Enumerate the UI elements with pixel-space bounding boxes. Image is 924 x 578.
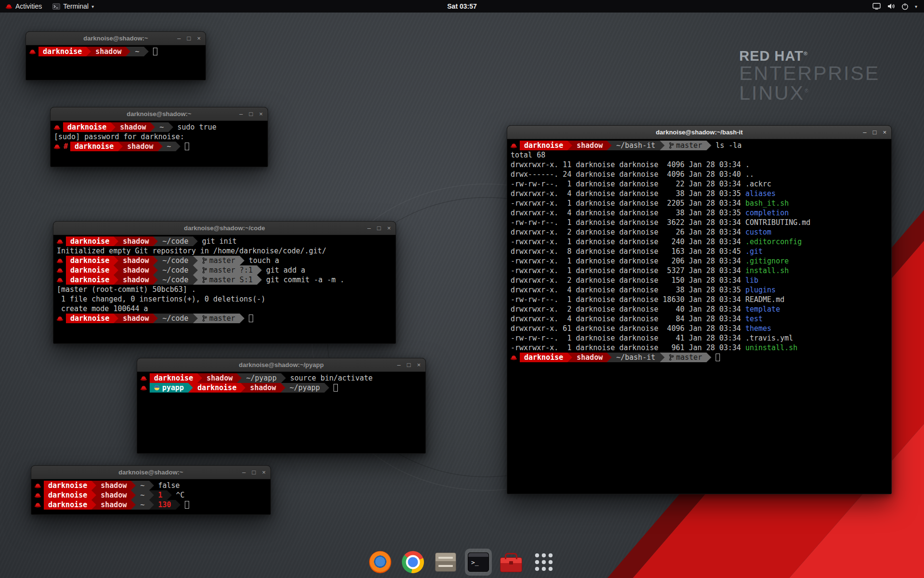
ls-meta: drwxrwxr-x. 2 darknoise darknoise 26 Jan… <box>511 228 745 236</box>
minimize-button[interactable]: – <box>239 111 243 117</box>
prompt-segment-user: darknoise <box>66 265 114 275</box>
git-branch-icon <box>202 257 207 264</box>
dock-item-files[interactable] <box>432 549 459 576</box>
terminal-content[interactable]: darknoiseshadow~ <box>26 45 205 80</box>
maximize-button[interactable]: □ <box>407 362 411 368</box>
maximize-button[interactable]: □ <box>377 225 381 231</box>
dock-item-toolbox[interactable] <box>498 549 525 576</box>
file-name: test <box>745 315 763 323</box>
terminal-cursor <box>716 354 720 361</box>
maximize-button[interactable]: □ <box>873 129 877 135</box>
terminal-cursor <box>153 48 157 55</box>
close-button[interactable]: × <box>883 129 886 135</box>
powerline-arrow <box>86 47 91 56</box>
maximize-button[interactable]: □ <box>249 111 253 117</box>
window-titlebar[interactable]: darknoise@shadow:~–□× <box>26 32 205 45</box>
powerline-arrow <box>607 141 612 150</box>
dock-item-firefox[interactable] <box>367 549 394 576</box>
minimize-button[interactable]: – <box>397 362 400 368</box>
close-button[interactable]: × <box>197 35 201 41</box>
powerline-arrow <box>91 490 96 500</box>
powerline-arrow <box>324 383 329 393</box>
ls-meta: -rwxrwxr-x. 1 darknoise darknoise 2205 J… <box>511 199 745 208</box>
prompt-segment-host: shadow <box>91 47 126 56</box>
output-line: drwxrwxr-x. 4 darknoise darknoise 38 Jan… <box>508 189 890 198</box>
window-titlebar[interactable]: darknoise@shadow:~/pyapp–□× <box>137 358 425 372</box>
window-titlebar[interactable]: darknoise@shadow:~/code–□× <box>53 222 396 235</box>
file-name: .. <box>745 170 754 179</box>
terminal-content[interactable]: darknoiseshadow~/pyappsource bin/activat… <box>137 372 425 453</box>
output-line: -rwxrwxr-x. 1 darknoise darknoise 2205 J… <box>508 198 890 208</box>
output-line: -rw-rw-r--. 1 darknoise darknoise 18630 … <box>508 295 890 304</box>
terminal-content[interactable]: darknoiseshadow~/codegit initInitialized… <box>53 235 396 343</box>
ls-meta: -rwxrwxr-x. 1 darknoise darknoise 961 Ja… <box>511 343 745 352</box>
maximize-button[interactable]: □ <box>252 469 256 475</box>
close-button[interactable]: × <box>259 111 263 117</box>
output-line: create mode 100644 a <box>54 304 395 314</box>
redhat-icon <box>138 373 150 383</box>
powerline-arrow <box>114 275 118 285</box>
terminal-cursor <box>334 384 338 392</box>
window-controls: –□× <box>367 222 391 235</box>
terminal-window-bash-it[interactable]: darknoise@shadow:~/bash-it–□×darknoisesh… <box>507 125 892 494</box>
terminal-icon: >_ <box>468 552 489 572</box>
powerline-arrow <box>257 265 262 275</box>
dock-item-appgrid[interactable] <box>530 549 557 576</box>
powerline-arrow <box>111 122 116 132</box>
output-line: drwxrwxr-x. 4 darknoise darknoise 84 Jan… <box>508 314 890 324</box>
close-button[interactable]: × <box>262 469 266 475</box>
output-line: -rwxrwxr-x. 1 darknoise darknoise 240 Ja… <box>508 237 890 247</box>
prompt-segment-user: darknoise <box>193 383 241 393</box>
terminal-content[interactable]: darknoiseshadow~falsedarknoiseshadow~1^C… <box>31 479 270 514</box>
file-name: template <box>745 305 780 314</box>
window-titlebar[interactable]: darknoise@shadow:~/bash-it–□× <box>507 126 891 139</box>
prompt-segment-host: shadow <box>116 122 150 132</box>
maximize-button[interactable]: □ <box>187 35 191 41</box>
prompt-line: darknoiseshadow~/bash-itmasterls -la <box>508 141 890 150</box>
redhat-icon <box>32 490 44 500</box>
close-button[interactable]: × <box>387 225 391 231</box>
window-titlebar[interactable]: darknoise@shadow:~–□× <box>51 107 268 121</box>
dropdown-caret: ▾ <box>91 4 94 9</box>
terminal-content[interactable]: darknoiseshadow~/bash-itmasterls -latota… <box>507 139 891 494</box>
terminal-window-sudo[interactable]: darknoise@shadow:~–□×darknoiseshadow~sud… <box>50 107 268 167</box>
file-name: plugins <box>745 286 776 294</box>
prompt-segment-host: shadow <box>96 490 131 500</box>
python-icon <box>154 385 160 391</box>
terminal-window-pyapp[interactable]: darknoise@shadow:~/pyapp–□×darknoiseshad… <box>137 358 426 454</box>
dock-item-terminal[interactable]: >_ <box>465 549 492 576</box>
output-line: [master (root-commit) 50bcb63] . <box>54 285 395 294</box>
window-title: darknoise@shadow:~/pyapp <box>239 361 323 368</box>
clock[interactable]: Sat 03:57 <box>443 0 480 13</box>
prompt-segment-exit: 130 <box>154 500 176 510</box>
prompt-segment-path: ~ <box>163 142 176 151</box>
window-titlebar[interactable]: darknoise@shadow:~–□× <box>31 466 270 479</box>
prompt-segment-path: ~/code <box>158 256 192 265</box>
app-menu-terminal[interactable]: Terminal ▾ <box>47 0 99 13</box>
terminal-window-code[interactable]: darknoise@shadow:~/code–□×darknoiseshado… <box>53 221 396 344</box>
powerline-arrow <box>257 275 262 285</box>
file-name: aliases <box>745 189 776 198</box>
minimize-button[interactable]: – <box>177 35 180 41</box>
terminal-window-home-small[interactable]: darknoise@shadow:~–□×darknoiseshadow~ <box>26 31 206 80</box>
activities-button[interactable]: Activities <box>0 0 47 13</box>
prompt-segment-user: darknoise <box>44 500 91 510</box>
file-name: completion <box>745 209 789 217</box>
prompt-segment-user: darknoise <box>66 314 114 323</box>
redhat-icon <box>32 481 44 490</box>
dock-item-chrome[interactable] <box>399 549 426 576</box>
prompt-segment-host: shadow <box>118 236 153 246</box>
window-controls: –□× <box>177 32 201 45</box>
system-tray[interactable]: ▾ <box>866 0 924 13</box>
terminal-window-exit-codes[interactable]: darknoise@shadow:~–□×darknoiseshadow~fal… <box>31 465 271 515</box>
prompt-line: darknoiseshadow~/codemastertouch a <box>54 256 395 265</box>
output-line: -rwxrwxr-x. 1 darknoise darknoise 206 Ja… <box>508 256 890 266</box>
close-button[interactable]: × <box>417 362 421 368</box>
terminal-content[interactable]: darknoiseshadow~sudo true[sudo] password… <box>51 121 268 167</box>
prompt-segment-host: shadow <box>118 275 153 285</box>
minimize-button[interactable]: – <box>367 225 371 231</box>
prompt-segment-host: shadow <box>118 314 153 323</box>
minimize-button[interactable]: – <box>242 469 245 475</box>
minimize-button[interactable]: – <box>863 129 866 135</box>
command-text: false <box>158 481 180 490</box>
